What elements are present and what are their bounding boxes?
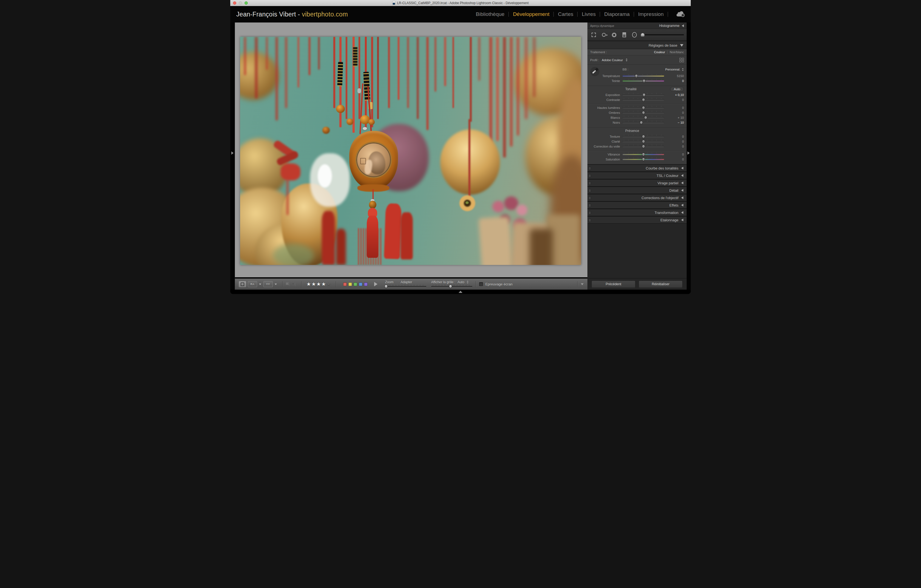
slider-track[interactable]: [623, 93, 664, 97]
star-icon[interactable]: ★: [316, 282, 321, 287]
reject-flag-icon[interactable]: x: [292, 282, 296, 286]
grid-value[interactable]: Auto: [457, 280, 464, 284]
panel-toggle-icon[interactable]: [589, 167, 591, 170]
panel-tone-curve[interactable]: Courbe des tonalités: [587, 164, 687, 172]
panel-toggle-icon[interactable]: [589, 218, 591, 222]
slider-track[interactable]: [623, 74, 664, 78]
slider-track[interactable]: [623, 79, 664, 83]
collapse-arrow-icon[interactable]: [681, 174, 683, 177]
wb-preset[interactable]: Personnal.: [665, 68, 684, 71]
grid-spinner-icon[interactable]: [467, 280, 469, 283]
slider-thumb[interactable]: [642, 158, 645, 161]
slider-track[interactable]: [623, 106, 664, 110]
slider-thumb[interactable]: [642, 153, 645, 156]
panel-detail[interactable]: Détail: [587, 186, 687, 194]
color-label-chip[interactable]: [353, 282, 357, 286]
panel-transform[interactable]: Transformation: [587, 209, 687, 216]
slider-thumb[interactable]: [642, 135, 645, 138]
soft-proof-checkbox[interactable]: [479, 282, 483, 286]
color-label-chip[interactable]: [364, 282, 368, 286]
collapse-arrow-icon[interactable]: [681, 218, 683, 222]
reset-button[interactable]: Réinitialiser: [639, 280, 682, 288]
collapse-arrow-icon[interactable]: [681, 189, 683, 192]
profile-browser-icon[interactable]: [680, 58, 684, 62]
collapse-arrow-icon[interactable]: [681, 204, 683, 207]
treatment-bw-option[interactable]: Noir/blanc: [670, 50, 684, 54]
survey-view-button[interactable]: YY: [264, 281, 273, 287]
slider-thumb[interactable]: [640, 121, 643, 124]
fullscreen-window-button[interactable]: [244, 2, 248, 5]
compare-dropdown-icon[interactable]: [259, 283, 261, 285]
collapse-arrow-icon[interactable]: [681, 196, 683, 199]
white-balance-eyedropper-icon[interactable]: [590, 67, 599, 76]
tab-developpement[interactable]: Développement: [513, 11, 549, 17]
color-label-chip[interactable]: [343, 282, 347, 286]
slider-thumb[interactable]: [642, 106, 645, 110]
panel-toggle-icon[interactable]: [589, 204, 591, 207]
slider-track[interactable]: [623, 157, 664, 161]
auto-tone-button[interactable]: Auto: [670, 87, 684, 91]
zoom-slider[interactable]: [385, 285, 426, 288]
left-panel-collapsed-strip[interactable]: [230, 23, 235, 290]
compare-view-button[interactable]: RA: [248, 281, 257, 287]
close-window-button[interactable]: [233, 2, 236, 5]
panel-split-toning[interactable]: Virage partiel: [587, 179, 687, 186]
minimize-window-button[interactable]: [239, 2, 242, 5]
star-icon[interactable]: ★: [311, 282, 316, 287]
zoom-slider-thumb[interactable]: [384, 285, 387, 288]
toolbar-options-icon[interactable]: [581, 283, 584, 285]
graduated-filter-icon[interactable]: [621, 31, 628, 38]
color-label-chips[interactable]: [343, 282, 368, 286]
tab-impression[interactable]: Impression: [638, 11, 664, 17]
slider-thumb[interactable]: [642, 98, 645, 102]
red-eye-correction-icon[interactable]: [610, 31, 618, 38]
slider-thumb[interactable]: [642, 111, 645, 115]
basic-panel-header[interactable]: Réglages de base: [587, 42, 687, 49]
grid-slider[interactable]: [431, 285, 472, 288]
collapse-arrow-icon[interactable]: [682, 24, 684, 27]
tab-diaporama[interactable]: Diaporama: [604, 11, 630, 17]
slider-thumb[interactable]: [643, 79, 646, 83]
survey-dropdown-icon[interactable]: [275, 283, 277, 285]
collapse-arrow-icon[interactable]: [681, 182, 683, 184]
crop-overlay-icon[interactable]: [590, 31, 597, 38]
panel-toggle-icon[interactable]: [589, 189, 591, 192]
soft-proof-toggle[interactable]: Epreuvage écran: [479, 282, 513, 286]
color-label-chip[interactable]: [348, 282, 352, 286]
profile-value[interactable]: Adobe Couleur: [602, 59, 623, 62]
adjustment-brush-icon[interactable]: [641, 31, 684, 38]
treatment-color-option[interactable]: Couleur: [654, 50, 665, 54]
slider-track[interactable]: [623, 98, 664, 102]
slider-track[interactable]: [623, 121, 664, 124]
slider-thumb[interactable]: [644, 116, 647, 120]
panel-calibration[interactable]: Etalonnage: [587, 216, 687, 223]
panel-lens-corrections[interactable]: Corrections de l'objectif: [587, 194, 687, 201]
panel-toggle-icon[interactable]: [589, 196, 591, 200]
collapse-arrow-icon[interactable]: [681, 211, 683, 214]
slider-track[interactable]: [623, 135, 664, 138]
color-label-chip[interactable]: [359, 282, 362, 286]
expand-filmstrip-icon[interactable]: [459, 291, 462, 293]
panel-toggle-icon[interactable]: [589, 182, 591, 185]
slider-track[interactable]: [623, 111, 664, 115]
slider-thumb[interactable]: [642, 140, 645, 143]
panel-toggle-icon[interactable]: [589, 174, 591, 178]
expand-arrow-icon[interactable]: [680, 44, 683, 47]
sync-status-cloud-icon[interactable]: [677, 12, 685, 17]
zoom-label[interactable]: Zoom: [385, 280, 394, 284]
radial-filter-icon[interactable]: [631, 31, 638, 38]
slider-thumb[interactable]: [643, 93, 646, 97]
expand-left-panel-icon[interactable]: [231, 151, 234, 155]
filmstrip-collapsed-bar[interactable]: [230, 290, 691, 294]
spot-removal-icon[interactable]: [600, 31, 607, 38]
pick-flag-icon[interactable]: [286, 282, 290, 286]
panel-toggle-icon[interactable]: [589, 211, 591, 215]
panel-hsl-color[interactable]: TSL / Couleur: [587, 172, 687, 179]
profile-spinner-icon[interactable]: [625, 59, 628, 62]
slider-thumb[interactable]: [642, 145, 645, 148]
loupe-view-button[interactable]: [239, 281, 246, 287]
fit-label[interactable]: Adapter: [400, 280, 412, 284]
tab-cartes[interactable]: Cartes: [558, 11, 573, 17]
star-icon[interactable]: ★: [327, 282, 331, 287]
slider-track[interactable]: [623, 153, 664, 156]
